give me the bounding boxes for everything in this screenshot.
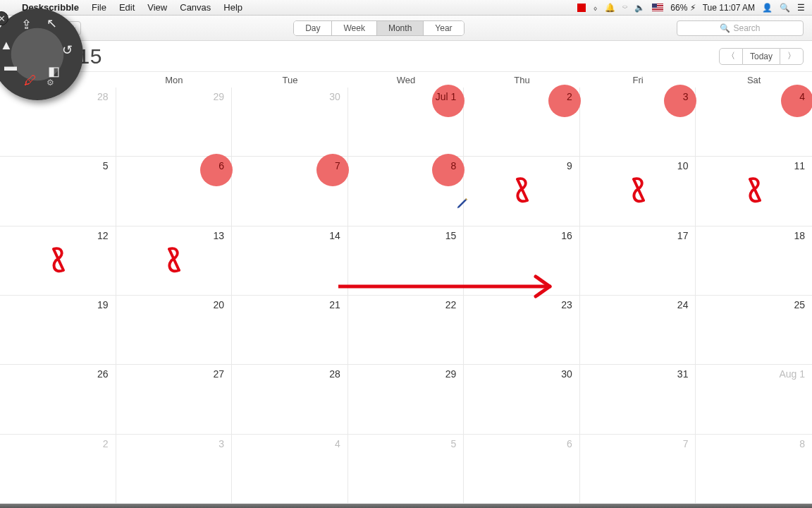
date-number: Aug 1 (779, 368, 805, 380)
date-cell[interactable]: 20 (116, 296, 233, 365)
search-placeholder: Search (733, 23, 760, 33)
search-input[interactable]: 🔍 Search (677, 20, 804, 36)
date-number: 28 (97, 91, 109, 102)
date-cell[interactable]: 9 (464, 157, 580, 226)
date-cell[interactable]: 3 (580, 87, 696, 157)
view-year-button[interactable]: Year (424, 21, 463, 35)
dropbox-icon[interactable]: ⬨ (593, 3, 598, 13)
date-cell[interactable]: 18 (696, 226, 812, 296)
prev-month-button[interactable]: 〈 (719, 48, 743, 65)
date-cell[interactable]: 4 (696, 87, 812, 157)
battery-status[interactable]: 66% ⚡︎ (670, 3, 695, 13)
date-number: 22 (445, 299, 457, 310)
date-cell[interactable]: 21 (232, 296, 348, 365)
menu-edit[interactable]: Edit (113, 2, 141, 13)
date-number: 29 (445, 368, 457, 380)
date-cell[interactable]: 5 (0, 157, 116, 226)
view-segmented-control[interactable]: Day Week Month Year (293, 20, 464, 36)
volume-icon[interactable]: 🔈 (634, 3, 645, 13)
date-number: 21 (329, 299, 340, 310)
menu-help[interactable]: Help (217, 2, 249, 13)
date-number: 7 (335, 160, 340, 171)
date-number: 27 (214, 368, 225, 380)
palette-red-pen-icon[interactable]: 🖊 (24, 73, 37, 88)
date-cell[interactable]: 2 (0, 435, 116, 504)
input-source-flag-icon[interactable] (652, 4, 663, 11)
palette-settings-icon[interactable]: ⚙ (47, 78, 54, 87)
date-number: 8 (799, 438, 805, 449)
user-icon[interactable]: 👤 (762, 3, 773, 13)
date-cell[interactable]: 24 (580, 296, 696, 365)
today-button[interactable]: Today (743, 48, 780, 65)
date-number: 28 (329, 368, 340, 380)
palette-eraser-icon[interactable]: ◧ (48, 64, 60, 79)
date-number: 23 (561, 299, 572, 310)
next-month-button[interactable]: 〉 (780, 48, 804, 65)
date-cell[interactable]: 6 (116, 157, 233, 226)
notification-center-icon[interactable]: ☰ (797, 3, 805, 13)
view-week-button[interactable]: Week (332, 21, 376, 35)
date-cell[interactable]: 8 (348, 157, 465, 226)
date-cell[interactable]: 12 (0, 226, 116, 296)
view-day-button[interactable]: Day (294, 21, 332, 35)
date-cell[interactable]: 28 (232, 365, 348, 434)
date-number: 3 (683, 91, 689, 102)
date-cell[interactable]: Jul 1 (348, 87, 465, 157)
date-cell[interactable]: 29 (348, 365, 465, 434)
palette-line-icon[interactable]: ▬ (4, 59, 17, 74)
deskscribble-tool-palette[interactable]: ✕ ↖ ⇪ ▲ ▬ 🖊 ◧ ↺ ⚙ (0, 8, 83, 100)
date-cell[interactable]: 30 (464, 365, 580, 434)
weekday-header: Sun Mon Tue Wed Thu Fri Sat (0, 72, 812, 87)
date-cell[interactable]: 17 (580, 226, 696, 296)
spotlight-icon[interactable]: 🔍 (780, 3, 790, 13)
date-cell[interactable]: 15 (348, 226, 465, 296)
menu-canvas[interactable]: Canvas (173, 2, 217, 13)
palette-undo-icon[interactable]: ↺ (62, 42, 73, 58)
recording-indicator-icon[interactable] (577, 4, 586, 12)
date-cell[interactable]: 8 (696, 435, 812, 504)
palette-cursor-icon[interactable]: ↖ (47, 16, 57, 31)
date-cell[interactable]: 23 (464, 296, 580, 365)
date-cell[interactable]: 30 (232, 87, 348, 157)
date-number: 2 (567, 91, 572, 102)
annotation-circle (781, 85, 812, 117)
date-number: 30 (561, 368, 572, 380)
date-cell[interactable]: 7 (580, 435, 696, 504)
date-cell[interactable]: 19 (0, 296, 116, 365)
macos-menubar: Deskscribble File Edit View Canvas Help … (0, 0, 812, 16)
notifications-icon[interactable]: 🔔 (605, 3, 615, 13)
date-cell[interactable]: 2 (464, 87, 580, 157)
date-cell[interactable]: 25 (696, 296, 812, 365)
palette-marker-icon[interactable]: ▲ (0, 38, 13, 53)
date-cell[interactable]: 7 (232, 157, 348, 226)
view-month-button[interactable]: Month (377, 21, 424, 35)
annotation-mark (48, 246, 68, 274)
calendar-grid[interactable]: 282930Jul 123456789101112131415161718192… (0, 87, 812, 504)
date-cell[interactable]: 22 (348, 296, 465, 365)
date-cell[interactable]: 5 (348, 435, 465, 504)
date-cell[interactable]: 29 (116, 87, 233, 157)
date-cell[interactable]: 10 (580, 157, 696, 226)
date-cell[interactable]: 6 (464, 435, 580, 504)
date-cell[interactable]: 13 (116, 226, 233, 296)
date-cell[interactable]: 4 (232, 435, 348, 504)
date-cell[interactable]: Aug 1 (696, 365, 812, 434)
date-cell[interactable]: 16 (464, 226, 580, 296)
annotation-mark (512, 176, 531, 205)
clock[interactable]: Tue 11:07 AM (703, 3, 755, 13)
date-cell[interactable]: 14 (232, 226, 348, 296)
date-cell[interactable]: 11 (696, 157, 812, 226)
date-number: 4 (799, 91, 805, 102)
date-cell[interactable]: 3 (116, 435, 233, 504)
date-cell[interactable]: 31 (580, 365, 696, 434)
menu-view[interactable]: View (141, 2, 173, 13)
date-number: 10 (677, 160, 689, 171)
menu-file[interactable]: File (85, 2, 113, 13)
date-number: 5 (103, 160, 109, 171)
date-cell[interactable]: 27 (116, 365, 233, 434)
palette-share-icon[interactable]: ⇪ (21, 17, 32, 32)
date-number: 4 (335, 438, 340, 449)
wifi-icon[interactable]: ⌔ (622, 3, 627, 13)
date-number: 6 (219, 160, 224, 171)
date-cell[interactable]: 26 (0, 365, 116, 434)
